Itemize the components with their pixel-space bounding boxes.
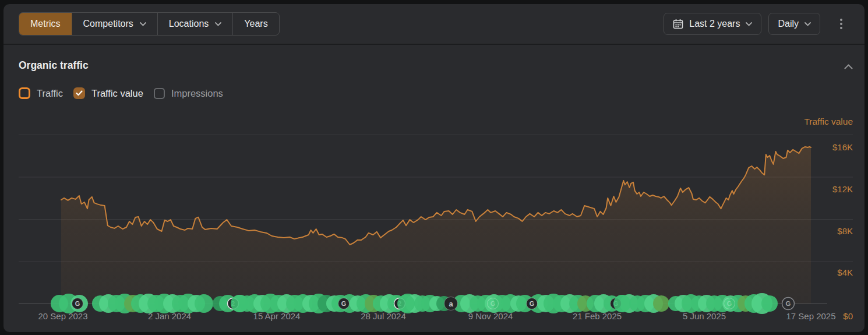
update-marker-circle[interactable] bbox=[195, 294, 213, 313]
y-tick-16k: $16K bbox=[832, 142, 853, 152]
chevron-down-icon bbox=[746, 22, 752, 26]
svg-text:G: G bbox=[75, 300, 80, 307]
x-tick-4: 9 Nov 2024 bbox=[468, 311, 513, 321]
metric-toggles: Traffic Traffic value Impressions bbox=[19, 87, 223, 99]
ahrefs-update-badge[interactable]: a bbox=[444, 297, 458, 311]
tab-years[interactable]: Years bbox=[232, 13, 278, 35]
organic-traffic-chart: Traffic value $16K $12K $8K $4K $0 20 Se… bbox=[0, 111, 868, 335]
svg-text:G: G bbox=[491, 300, 496, 307]
tab-metrics[interactable]: Metrics bbox=[19, 13, 72, 35]
x-tick-2: 15 Apr 2024 bbox=[253, 311, 301, 321]
collapse-section-button[interactable] bbox=[841, 60, 855, 73]
date-range-label: Last 2 years bbox=[689, 19, 740, 29]
checkbox-impressions[interactable]: Impressions bbox=[154, 88, 223, 99]
impressions-checkbox-box[interactable] bbox=[154, 88, 165, 99]
chevron-down-icon bbox=[140, 22, 146, 26]
update-marker-circle[interactable] bbox=[231, 295, 248, 312]
check-icon bbox=[76, 90, 83, 96]
chevron-down-icon bbox=[805, 22, 811, 26]
google-update-badge[interactable]: G bbox=[338, 298, 350, 309]
y-tick-0: $0 bbox=[843, 311, 853, 321]
y-tick-12k: $12K bbox=[832, 184, 853, 194]
svg-text:G: G bbox=[530, 300, 535, 307]
svg-text:G: G bbox=[786, 300, 791, 307]
x-tick-0: 20 Sep 2023 bbox=[38, 311, 87, 321]
x-tick-5: 21 Feb 2025 bbox=[573, 311, 622, 321]
chart-plot-area bbox=[19, 135, 853, 304]
tab-locations[interactable]: Locations bbox=[157, 13, 233, 35]
checkbox-traffic-value[interactable]: Traffic value bbox=[73, 87, 143, 99]
svg-text:G: G bbox=[727, 300, 732, 307]
tab-competitors-label: Competitors bbox=[83, 19, 133, 29]
svg-text:a: a bbox=[449, 299, 453, 308]
traffic-checkbox-label: Traffic bbox=[37, 88, 63, 99]
calendar-icon bbox=[673, 19, 683, 29]
toolbar-tab-group: Metrics Competitors Locations Years bbox=[19, 12, 280, 36]
section-title: Organic traffic bbox=[19, 59, 89, 72]
update-marker-circle[interactable] bbox=[613, 295, 631, 312]
traffic-checkbox-box[interactable] bbox=[19, 87, 30, 99]
y-tick-8k: $8K bbox=[837, 226, 853, 236]
checkbox-traffic[interactable]: Traffic bbox=[19, 87, 63, 99]
google-update-badge[interactable]: G bbox=[527, 298, 538, 309]
chevron-down-icon bbox=[215, 22, 221, 26]
svg-text:G: G bbox=[341, 300, 347, 307]
tab-years-label: Years bbox=[244, 19, 267, 29]
kebab-menu-icon[interactable] bbox=[838, 16, 845, 31]
chevron-up-icon bbox=[844, 64, 853, 70]
google-update-badge[interactable]: G bbox=[72, 298, 83, 309]
toolbar: Metrics Competitors Locations Years bbox=[3, 4, 865, 45]
update-marker-circle[interactable] bbox=[653, 295, 669, 312]
tab-competitors[interactable]: Competitors bbox=[72, 13, 157, 35]
y-axis-title: Traffic value bbox=[804, 117, 853, 126]
granularity-button[interactable]: Daily bbox=[768, 13, 820, 35]
impressions-checkbox-label: Impressions bbox=[171, 88, 223, 99]
tab-metrics-label: Metrics bbox=[30, 19, 61, 29]
google-update-markers: G2G2aGGGGG bbox=[51, 293, 795, 314]
y-tick-4k: $4K bbox=[837, 267, 853, 277]
traffic-value-checkbox-box[interactable] bbox=[73, 87, 85, 99]
granularity-label: Daily bbox=[778, 19, 799, 29]
update-marker-circle[interactable] bbox=[397, 295, 415, 312]
update-marker-circle[interactable] bbox=[761, 295, 778, 312]
date-range-button[interactable]: Last 2 years bbox=[664, 13, 761, 35]
x-tick-7: 17 Sep 2025 bbox=[786, 311, 835, 321]
traffic-value-checkbox-label: Traffic value bbox=[91, 88, 143, 99]
google-update-end-marker[interactable]: G bbox=[782, 298, 795, 310]
tab-locations-label: Locations bbox=[169, 19, 209, 29]
toolbar-right-controls: Last 2 years Daily bbox=[664, 13, 845, 35]
